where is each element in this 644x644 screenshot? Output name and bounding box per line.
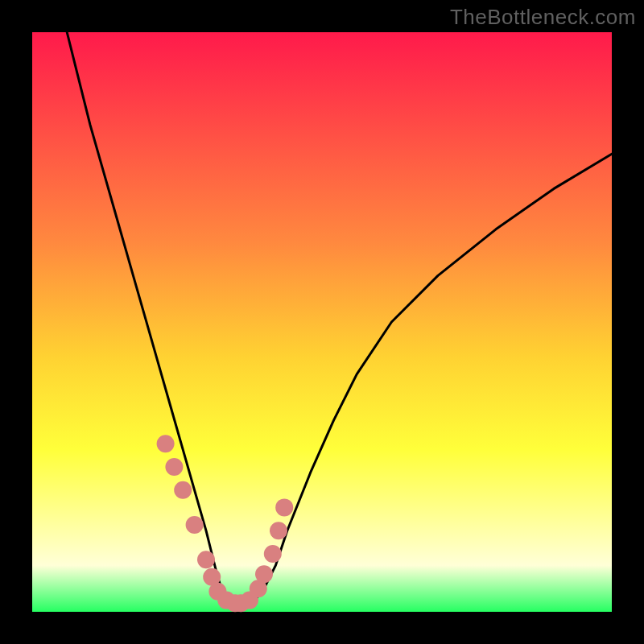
highlight-dot bbox=[165, 458, 183, 476]
highlight-dot bbox=[186, 516, 204, 534]
highlight-dot bbox=[264, 545, 282, 563]
bottleneck-chart bbox=[0, 0, 644, 644]
highlight-dot bbox=[270, 522, 287, 539]
highlight-dot bbox=[275, 498, 293, 516]
highlight-dot bbox=[174, 481, 192, 499]
highlight-dot bbox=[255, 565, 273, 583]
highlight-dot bbox=[157, 435, 175, 452]
chart-frame: TheBottleneck.com bbox=[0, 0, 644, 644]
watermark-text: TheBottleneck.com bbox=[450, 5, 636, 30]
plot-background bbox=[32, 32, 612, 612]
highlight-dot bbox=[197, 551, 215, 568]
